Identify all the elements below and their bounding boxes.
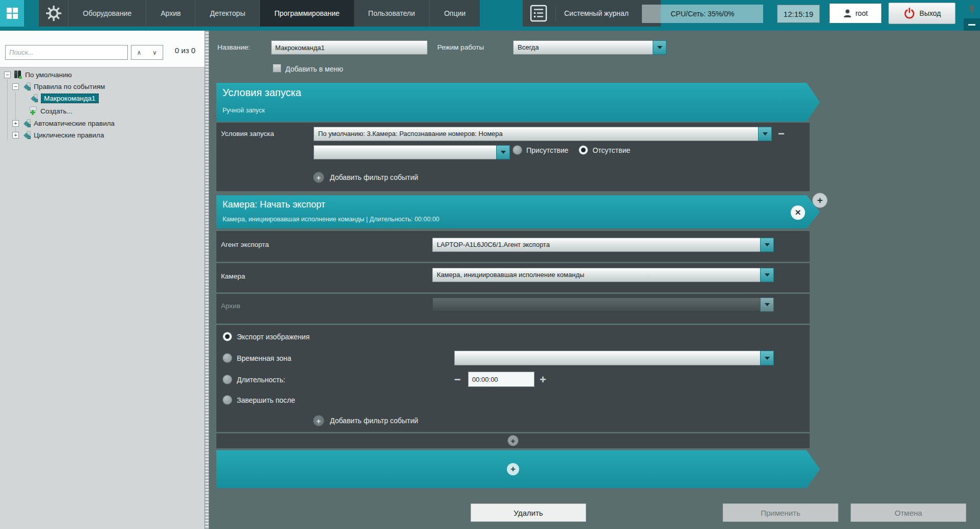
chevron-down-icon[interactable]: [653, 40, 666, 55]
presence-radio[interactable]: [513, 145, 522, 155]
add-to-menu-label: Добавить в меню: [285, 65, 343, 73]
rule-icon: [21, 82, 31, 91]
duration-radio[interactable]: [222, 375, 232, 384]
time-zone-dropdown-value: [454, 351, 760, 365]
remove-condition-button[interactable]: −: [778, 129, 785, 139]
duration-label: Длительность:: [237, 376, 285, 384]
add-row-button[interactable]: +: [507, 435, 519, 446]
tab-detectors[interactable]: Детекторы: [195, 0, 260, 27]
minus-icon: −: [778, 127, 785, 140]
archive-label: Архив: [221, 302, 240, 310]
condition-dropdown[interactable]: По умолчанию: 3.Камера: Распознавание но…: [314, 127, 772, 141]
add-to-menu-checkbox[interactable]: [273, 64, 281, 73]
add-event-filter-button[interactable]: + Добавить фильтр событий: [313, 172, 418, 183]
system-journal-button[interactable]: Системный журнал: [523, 0, 661, 27]
grid-icon: [6, 7, 19, 20]
camera-label: Камера: [221, 272, 245, 280]
minus-icon: [968, 24, 975, 26]
search-match-counter: 0 из 0: [169, 46, 202, 55]
cancel-button[interactable]: Отмена: [851, 503, 966, 522]
name-label: Название:: [217, 43, 250, 51]
finish-after-radio[interactable]: [222, 395, 232, 405]
expand-icon[interactable]: +: [12, 120, 19, 127]
app-menu-button[interactable]: [0, 0, 24, 27]
tab-users[interactable]: Пользователи: [354, 0, 430, 27]
tree-item-automatic-rules[interactable]: + Автоматические правила: [12, 118, 115, 129]
rule-icon: [21, 119, 31, 128]
tab-equipment[interactable]: Оборудование: [69, 0, 146, 27]
archive-row: Архив: [216, 294, 810, 324]
time-zone-radio[interactable]: [222, 353, 232, 363]
absence-radio[interactable]: [578, 145, 588, 155]
chevron-down-icon: ∨: [152, 49, 157, 56]
close-icon: ✕: [795, 208, 801, 217]
chevron-down-icon[interactable]: [760, 268, 774, 282]
duration-option[interactable]: Длительность:: [222, 375, 285, 384]
action-section-title: Камера: Начать экспорт: [222, 199, 325, 210]
tab-programming[interactable]: Программирование: [260, 0, 353, 27]
search-input[interactable]: [5, 45, 128, 60]
sidebar-search-band: ∧ ∨ 0 из 0: [0, 31, 205, 67]
second-condition-dropdown[interactable]: [314, 145, 510, 159]
plus-icon: +: [511, 436, 516, 445]
collapse-panel-button[interactable]: [964, 18, 980, 31]
tree-item-default-server[interactable]: − По умолчанию: [4, 69, 72, 80]
camera-row: Камера Камера, инициировавшая исполнение…: [216, 263, 810, 292]
add-event-filter-button-action[interactable]: + Добавить фильтр событий: [313, 415, 418, 426]
collapse-icon[interactable]: −: [12, 83, 19, 90]
delete-button[interactable]: Удалить: [471, 503, 586, 522]
cpu-network-indicator: CPU/Сеть: 35%/0%: [642, 5, 763, 23]
search-prev-button[interactable]: ∧: [131, 45, 147, 60]
tree-item-label: Циклические правила: [34, 131, 104, 139]
search-next-button[interactable]: ∨: [147, 45, 163, 60]
expand-icon[interactable]: +: [12, 132, 19, 139]
top-bar: Оборудование Архив Детекторы Программиро…: [0, 0, 980, 31]
time-zone-dropdown[interactable]: [454, 351, 774, 365]
add-section-button[interactable]: +: [812, 193, 828, 208]
export-image-label: Экспорт изображения: [237, 333, 309, 341]
archive-dropdown-value: [432, 297, 760, 312]
add-action-button[interactable]: +: [507, 463, 519, 475]
finish-after-option[interactable]: Завершить после: [222, 395, 295, 405]
main-tab-strip: Оборудование Архив Детекторы Программиро…: [39, 0, 480, 27]
chevron-up-icon: ∧: [137, 49, 142, 56]
condition-dropdown-value: По умолчанию: 3.Камера: Распознавание но…: [314, 127, 758, 141]
chevron-down-icon[interactable]: [760, 351, 774, 365]
export-image-option[interactable]: Экспорт изображения: [222, 332, 309, 341]
collapse-icon[interactable]: −: [4, 72, 11, 78]
settings-button[interactable]: [39, 0, 69, 27]
duration-decrement-button[interactable]: −: [454, 375, 461, 385]
tree-item-label: Правила по событиям: [34, 83, 105, 90]
close-action-button[interactable]: ✕: [791, 205, 805, 220]
power-icon: [903, 7, 916, 19]
export-image-radio[interactable]: [222, 332, 232, 341]
chevron-down-icon[interactable]: [496, 145, 510, 159]
chevron-down-icon[interactable]: [758, 127, 772, 141]
duration-increment-button[interactable]: +: [540, 375, 546, 385]
current-user-button[interactable]: root: [830, 4, 881, 23]
tree-item-event-rules[interactable]: − Правила по событиям: [12, 81, 105, 92]
macro-name-input[interactable]: [271, 40, 428, 55]
tree-item-create[interactable]: Создать...: [29, 105, 73, 117]
action-section-subtitle: Камера, инициировавшая исполнение команд…: [222, 216, 439, 223]
chevron-down-icon[interactable]: [760, 238, 774, 252]
presence-radio-group: Присутствие Отсутствие: [513, 145, 630, 155]
user-icon: [843, 9, 852, 18]
clock: 12:15:19: [777, 5, 820, 23]
time-zone-option[interactable]: Временная зона: [222, 353, 292, 363]
apply-button[interactable]: Применить: [723, 503, 838, 522]
pin-panel-button[interactable]: [965, 3, 979, 17]
tree-item-macro1[interactable]: Макрокоманда1: [29, 93, 99, 104]
tab-options[interactable]: Опции: [430, 0, 480, 27]
plus-icon: +: [540, 373, 546, 386]
tab-archive[interactable]: Архив: [146, 0, 195, 27]
logout-button[interactable]: Выход: [888, 3, 955, 24]
duration-input[interactable]: [468, 372, 534, 387]
sidebar-splitter[interactable]: [205, 31, 209, 529]
rule-icon: [29, 94, 38, 103]
export-agent-dropdown[interactable]: LAPTOP-A1L6J0C6/1.Агент экспорта: [432, 238, 774, 252]
camera-dropdown[interactable]: Камера, инициировавшая исполнение команд…: [432, 268, 774, 282]
tree-item-cyclic-rules[interactable]: + Циклические правила: [12, 129, 104, 141]
macro-tree: − По умолчанию − Правила по событиям: [0, 67, 205, 529]
mode-dropdown[interactable]: Всегда: [513, 40, 666, 55]
